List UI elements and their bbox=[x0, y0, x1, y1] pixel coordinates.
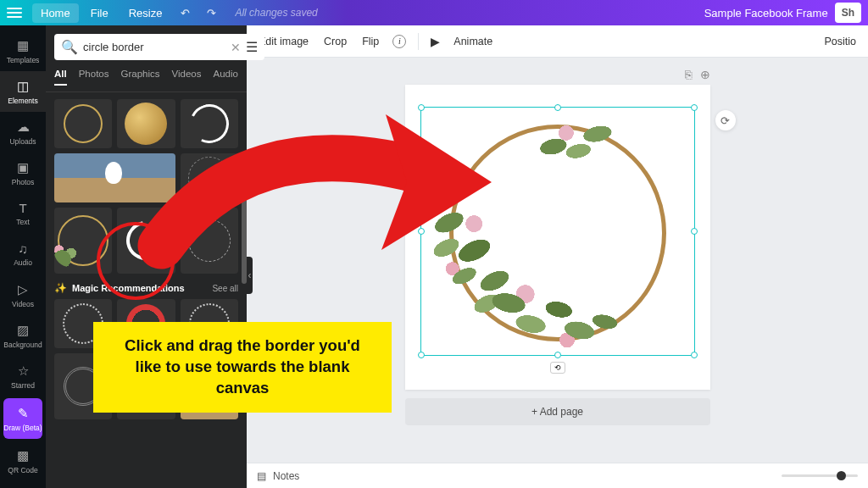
audio-icon: ♫ bbox=[18, 241, 27, 256]
qr-icon: ▩ bbox=[17, 448, 29, 463]
crop-button[interactable]: Crop bbox=[322, 32, 348, 51]
search-icon: 🔍 bbox=[61, 39, 78, 55]
position-button[interactable]: Positio bbox=[822, 32, 858, 51]
duplicate-page-icon[interactable]: ⎘ bbox=[685, 68, 692, 81]
result-dashed-circle[interactable] bbox=[181, 153, 238, 202]
search-row: 🔍 ✕ ☰ bbox=[46, 25, 247, 69]
canvas-page[interactable]: ⟲ ⟳ bbox=[405, 85, 710, 390]
templates-icon: ▦ bbox=[17, 38, 29, 53]
result-dog-photo[interactable] bbox=[54, 153, 175, 202]
rail-photos[interactable]: ▣Photos bbox=[0, 152, 46, 193]
side-rail: ▦Templates ◫Elements ☁Uploads ▣Photos TT… bbox=[0, 25, 46, 488]
animate-button[interactable]: Animate bbox=[452, 32, 494, 51]
sparkle-icon: ✨ bbox=[54, 282, 67, 294]
rotate-handle[interactable]: ⟲ bbox=[550, 362, 565, 374]
rail-text[interactable]: TText bbox=[0, 193, 46, 234]
resize-handle-sw[interactable] bbox=[418, 352, 425, 358]
tutorial-callout: Click and drag the border you'd like to … bbox=[93, 322, 392, 413]
tab-videos[interactable]: Videos bbox=[172, 69, 202, 85]
animate-icon: ▶ bbox=[431, 35, 440, 48]
rail-templates[interactable]: ▦Templates bbox=[0, 30, 46, 71]
rail-starred[interactable]: ☆Starred bbox=[0, 356, 46, 396]
bottom-bar: ▤ Notes bbox=[247, 463, 868, 488]
tab-all[interactable]: All bbox=[54, 69, 67, 86]
draw-icon: ✎ bbox=[18, 406, 29, 421]
result-floral-wreath[interactable] bbox=[54, 208, 112, 274]
rail-background[interactable]: ▨Background bbox=[0, 315, 46, 356]
edit-image-button[interactable]: Edit image bbox=[257, 32, 310, 51]
separator bbox=[418, 33, 419, 50]
zoom-slider[interactable] bbox=[782, 474, 858, 477]
project-name[interactable]: Sample Facebook Frame bbox=[704, 7, 828, 19]
rail-draw-beta[interactable]: ✎Draw (Beta) bbox=[3, 398, 42, 439]
add-page-icon[interactable]: ⊕ bbox=[700, 68, 710, 81]
canvas-area: Edit image Crop Flip i ▶ Animate Positio… bbox=[247, 25, 868, 488]
text-icon: T bbox=[19, 201, 26, 215]
info-icon[interactable]: i bbox=[392, 35, 406, 48]
tab-audio[interactable]: Audio bbox=[214, 69, 238, 85]
file-button[interactable]: File bbox=[82, 3, 117, 23]
undo-icon[interactable]: ↶ bbox=[174, 3, 197, 23]
elements-icon: ◫ bbox=[17, 79, 29, 94]
topbar-left: Home File Resize ↶ ↷ All changes saved bbox=[7, 3, 318, 23]
result-gold-disc[interactable] bbox=[117, 99, 175, 148]
tab-photos[interactable]: Photos bbox=[79, 69, 109, 85]
rail-audio[interactable]: ♫Audio bbox=[0, 234, 46, 274]
result-gold-ring[interactable] bbox=[54, 99, 112, 148]
flip-button[interactable]: Flip bbox=[360, 32, 381, 51]
resize-handle-n[interactable] bbox=[554, 104, 561, 111]
notes-button[interactable]: Notes bbox=[273, 470, 299, 482]
resize-button[interactable]: Resize bbox=[120, 3, 171, 23]
share-button[interactable]: Sh bbox=[835, 3, 861, 23]
search-box[interactable]: 🔍 ✕ ☰ bbox=[54, 34, 264, 60]
add-page-button[interactable]: + Add page bbox=[405, 398, 710, 425]
elements-panel: 🔍 ✕ ☰ All Photos Graphics Videos Audio bbox=[46, 25, 247, 488]
page-tools: ⎘ ⊕ bbox=[405, 68, 710, 81]
clear-search-icon[interactable]: ✕ bbox=[231, 41, 241, 54]
main: ▦Templates ◫Elements ☁Uploads ▣Photos TT… bbox=[0, 25, 868, 488]
result-brush-circle[interactable] bbox=[117, 208, 175, 274]
redo-icon[interactable]: ↷ bbox=[200, 3, 223, 23]
selection-box[interactable]: ⟲ bbox=[420, 107, 695, 356]
see-all-link[interactable]: See all bbox=[212, 284, 238, 293]
search-input[interactable] bbox=[83, 41, 225, 53]
home-button[interactable]: Home bbox=[32, 3, 79, 23]
resize-handle-s[interactable] bbox=[554, 352, 561, 358]
results-scroll[interactable]: ✨ Magic Recommendations See all bbox=[46, 92, 247, 488]
notes-icon: ▤ bbox=[257, 470, 266, 482]
zoom-thumb[interactable] bbox=[837, 471, 846, 480]
videos-icon: ▷ bbox=[18, 282, 28, 297]
top-bar: Home File Resize ↶ ↷ All changes saved S… bbox=[0, 0, 868, 25]
comment-button[interactable]: ⟳ bbox=[715, 110, 736, 130]
background-icon: ▨ bbox=[17, 323, 29, 338]
rail-uploads[interactable]: ☁Uploads bbox=[0, 112, 46, 152]
filter-icon[interactable]: ☰ bbox=[246, 39, 258, 55]
rail-qr-code[interactable]: ▩QR Code bbox=[0, 441, 46, 481]
star-icon: ☆ bbox=[18, 363, 29, 379]
resize-handle-w[interactable] bbox=[418, 228, 425, 235]
menu-icon[interactable] bbox=[7, 8, 22, 18]
tab-graphics[interactable]: Graphics bbox=[121, 69, 160, 85]
resize-handle-se[interactable] bbox=[691, 352, 698, 358]
rail-videos[interactable]: ▷Videos bbox=[0, 274, 46, 315]
uploads-icon: ☁ bbox=[17, 119, 30, 135]
rail-elements[interactable]: ◫Elements bbox=[0, 71, 46, 112]
photos-icon: ▣ bbox=[17, 160, 29, 175]
magic-recommendations-header: ✨ Magic Recommendations See all bbox=[54, 282, 238, 294]
resize-handle-nw[interactable] bbox=[418, 104, 425, 111]
context-toolbar: Edit image Crop Flip i ▶ Animate Positio bbox=[247, 25, 868, 58]
panel-collapse-handle[interactable] bbox=[247, 257, 253, 294]
result-dashed-circle-2[interactable] bbox=[181, 208, 238, 274]
result-white-arc[interactable] bbox=[181, 99, 238, 148]
resize-handle-ne[interactable] bbox=[691, 104, 698, 111]
save-status: All changes saved bbox=[235, 7, 317, 19]
resize-handle-e[interactable] bbox=[691, 228, 698, 235]
filter-tabs: All Photos Graphics Videos Audio bbox=[46, 69, 247, 92]
